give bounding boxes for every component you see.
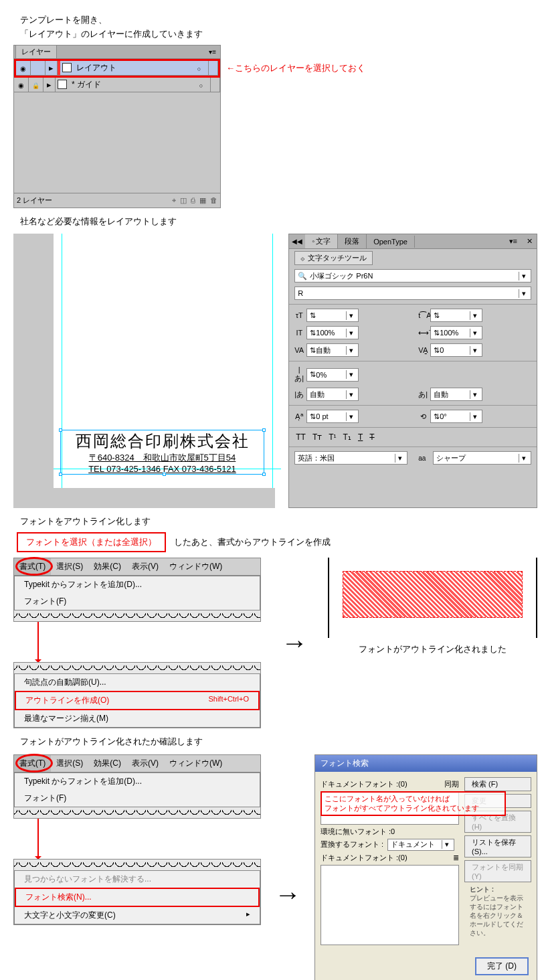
missing-fonts-label: 環境に無いフォント :0 — [321, 827, 395, 837]
menu-font[interactable]: フォント(F) — [15, 790, 260, 807]
done-button[interactable]: 完了 (D) — [475, 957, 529, 975]
character-panel: ◀◀ ◦文字 段落 OpenType ▾≡ ✕ ⟐文字タッチツール 🔍小塚ゴシッ… — [288, 234, 537, 508]
close-icon[interactable]: ✕ — [523, 237, 537, 246]
leading-input[interactable]: ⇅▾ — [430, 309, 482, 322]
layers-menu-icon[interactable]: ▾≡ — [205, 48, 220, 56]
layers-panel: レイヤー ▾≡ ▸ レイアウト ▸ * ガイド — [13, 45, 221, 208]
outlined-text-graphic — [343, 571, 523, 618]
rotation-input[interactable]: ⇅0°▾ — [430, 410, 482, 423]
select-fonts-callout: フォントを選択（または全選択） — [17, 532, 166, 552]
smallcaps-icon[interactable]: Tᴛ — [312, 432, 322, 442]
hscale-input[interactable]: ⇅100%▾ — [430, 326, 482, 339]
menu-effect[interactable]: 効果(C) — [88, 558, 126, 575]
company-addr: 〒640-8324 和歌山市吹屋町5丁目54 — [61, 452, 264, 464]
baseline-input[interactable]: ⇅0 pt▾ — [306, 410, 359, 423]
menu-find-font[interactable]: フォント検索(N)... — [15, 888, 260, 907]
find-font-dialog: フォント検索 ドキュメントフォント :(0)同期 ここにフォント名が入っていなけ… — [314, 754, 537, 980]
menu-create-outlines[interactable]: アウトラインを作成(O)Shift+Ctrl+O — [15, 691, 260, 710]
replacement-fonts-list[interactable] — [321, 865, 459, 945]
aki-right-input[interactable]: 自動▾ — [430, 388, 482, 401]
tab-opentype[interactable]: OpenType — [367, 236, 415, 248]
tab-character[interactable]: ◦文字 — [305, 234, 338, 248]
menu-view[interactable]: 表示(V) — [126, 558, 164, 575]
menu-typekit[interactable]: Typekit からフォントを追加(D)... — [15, 576, 260, 593]
allcaps-icon[interactable]: TT — [296, 432, 306, 442]
layer-row-guide[interactable]: ▸ * ガイド — [14, 78, 220, 92]
menu-window[interactable]: ウィンドウ(W) — [164, 755, 228, 772]
aki-left-input[interactable]: 自動▾ — [306, 388, 359, 401]
kerning-icon: VA — [294, 346, 304, 354]
vscale-icon: IT — [294, 329, 304, 337]
menu-select[interactable]: 選択(S) — [51, 558, 88, 575]
vscale-input[interactable]: ⇅100%▾ — [306, 326, 359, 339]
kerning-input[interactable]: ⇅自動▾ — [306, 343, 359, 357]
arrow-icon: → — [281, 628, 308, 658]
menu-typekit[interactable]: Typekit からフォントを追加(D)... — [15, 773, 260, 790]
red-arrow-annotation — [37, 819, 39, 859]
expand-icon[interactable]: ▸ — [46, 61, 58, 75]
layer-name[interactable]: * ガイド — [69, 79, 192, 90]
layer-name[interactable]: レイアウト — [74, 62, 190, 74]
font-weight-combo[interactable]: R▾ — [294, 287, 531, 300]
subscript-icon[interactable]: T₁ — [343, 432, 351, 442]
intro-line2: 「レイアウト」のレイヤーに作成していきます — [20, 27, 537, 42]
panel-collapse-icon[interactable]: ◀◀ — [289, 238, 305, 245]
sync-fonts-button[interactable]: フォントを同期 (Y) — [464, 860, 531, 882]
menu-change-case[interactable]: 大文字と小文字の変更(C)▸ — [15, 907, 260, 924]
target-icon[interactable] — [199, 80, 203, 90]
tab-paragraph[interactable]: 段落 — [338, 234, 367, 248]
menu-margin[interactable]: 最適なマージン揃え(M) — [15, 710, 260, 727]
lock-cell[interactable] — [31, 61, 46, 75]
font-size-input[interactable]: ⇅▾ — [306, 309, 359, 322]
visibility-icon[interactable] — [20, 63, 26, 73]
tsume-input[interactable]: ⇅0%▾ — [306, 368, 359, 382]
company-name: 西岡総合印刷株式会社 — [61, 430, 264, 452]
menu-panel-1: 書式(T) 選択(S) 効果(C) 表示(V) ウィンドウ(W) Typekit… — [13, 558, 261, 622]
new-sublayer-icon[interactable]: ⎙ — [191, 196, 195, 205]
language-combo[interactable]: 英語：米国▾ — [294, 451, 407, 465]
menu-resolve-missing[interactable]: 見つからないフォントを解決する... — [15, 871, 260, 888]
target-icon[interactable] — [197, 63, 201, 73]
text-frame[interactable]: 西岡総合印刷株式会社 〒640-8324 和歌山市吹屋町5丁目54 TEL 07… — [60, 430, 264, 475]
artboard: 西岡総合印刷株式会社 〒640-8324 和歌山市吹屋町5丁目54 TEL 07… — [13, 234, 275, 508]
section3-heading: フォントをアウトライン化します — [20, 515, 537, 529]
strikethrough-icon[interactable]: T — [369, 432, 374, 442]
replace-source-combo[interactable]: ドキュメント▾ — [387, 839, 454, 851]
underline-icon[interactable]: T — [358, 432, 363, 442]
locate-icon[interactable]: ⌖ — [172, 196, 176, 205]
new-layer-icon[interactable]: ▦ — [199, 196, 206, 205]
menu-font[interactable]: フォント(F) — [15, 593, 260, 610]
tracking-icon: VA̱ — [418, 346, 428, 355]
overlay-callout: ここにフォント名が入っていなければ フォントがすべてアウトライン化されています — [321, 791, 506, 816]
trash-icon[interactable]: 🗑 — [210, 196, 217, 205]
doc-fonts-label2: ドキュメントフォント :(0) — [321, 853, 407, 863]
layer-row-layout[interactable]: ▸ レイアウト — [16, 61, 218, 76]
font-family-combo[interactable]: 🔍小塚ゴシック Pr6N▾ — [294, 269, 531, 282]
panel-menu-icon[interactable]: ▾≡ — [504, 237, 523, 246]
rotation-icon: ⟲ — [418, 412, 428, 421]
visibility-icon[interactable] — [18, 80, 24, 90]
font-size-icon: τT — [294, 311, 304, 319]
clip-icon[interactable]: ◫ — [180, 196, 187, 205]
layers-count: 2 レイヤー — [17, 195, 52, 206]
hint-text: ヒント :プレビューを表示するにはフォント名を右クリック＆ホールドしてください。 — [470, 885, 523, 937]
menu-select[interactable]: 選択(S) — [51, 755, 88, 772]
menu-view[interactable]: 表示(V) — [126, 755, 164, 772]
menu-effect[interactable]: 効果(C) — [88, 755, 126, 772]
list-icon[interactable]: ≣ — [453, 853, 459, 862]
expand-icon[interactable]: ▸ — [43, 78, 56, 92]
touch-type-tool-button[interactable]: ⟐文字タッチツール — [294, 251, 373, 265]
menu-punct[interactable]: 句読点の自動調節(U)... — [15, 674, 260, 691]
intro-line1: テンプレートを開き、 — [20, 13, 537, 27]
layer-color-swatch — [62, 63, 72, 72]
superscript-icon[interactable]: T¹ — [329, 432, 336, 442]
outlined-caption: フォントがアウトライン化されました — [328, 643, 537, 655]
menu-window[interactable]: ウィンドウ(W) — [164, 558, 228, 575]
layers-tab[interactable]: レイヤー — [15, 45, 57, 58]
red-circle-annotation — [15, 754, 53, 772]
antialias-combo[interactable]: シャープ▾ — [433, 451, 531, 465]
lock-icon[interactable] — [32, 80, 39, 90]
save-list-button[interactable]: リストを保存 (S)... — [464, 835, 531, 858]
tracking-input[interactable]: ⇅0▾ — [430, 343, 482, 357]
find-button[interactable]: 検索 (F) — [464, 777, 531, 791]
